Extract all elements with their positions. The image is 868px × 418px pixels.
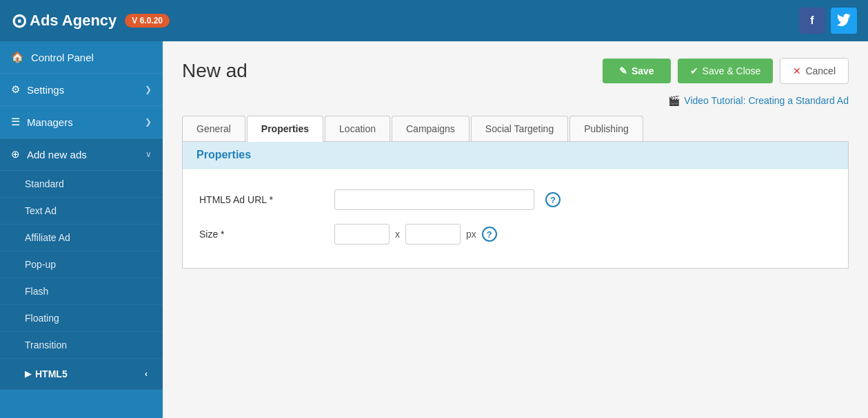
sidebar-sub-item-floating[interactable]: Floating <box>0 305 163 332</box>
size-separator: x <box>395 229 400 240</box>
sidebar-item-add-new-ads-left: ⊕ Add new ads <box>11 148 87 160</box>
chevron-right-icon-2: ❯ <box>145 117 152 127</box>
sidebar-item-managers-label: Managers <box>27 116 73 128</box>
save-close-button-label: Save & Close <box>703 65 761 76</box>
page-actions: ✎ Save ✔ Save & Close ✕ Cancel <box>603 58 849 84</box>
sidebar-item-control-panel-label: Control Panel <box>31 52 94 63</box>
html5-url-label: HTML5 Ad URL * <box>199 194 323 205</box>
twitter-icon <box>837 14 851 28</box>
sidebar-item-settings-left: ⚙ Settings <box>11 83 64 96</box>
sidebar-sub-item-transition-label: Transition <box>25 339 67 351</box>
gear-icon: ⚙ <box>11 83 20 96</box>
layout: 🏠 Control Panel ⚙ Settings ❯ ☰ Managers … <box>0 41 868 418</box>
size-help-icon[interactable]: ? <box>482 227 497 242</box>
header-left: ⊙ Ads Agency V 6.0.20 <box>11 10 170 32</box>
save-close-button[interactable]: ✔ Save & Close <box>678 59 774 83</box>
sidebar-item-settings[interactable]: ⚙ Settings ❯ <box>0 74 163 106</box>
sidebar-sub-item-pop-up[interactable]: Pop-up <box>0 251 163 278</box>
sidebar-sub-item-flash-label: Flash <box>25 286 48 297</box>
save-close-icon: ✔ <box>690 65 698 76</box>
sidebar-item-control-panel-left: 🏠 Control Panel <box>11 51 94 63</box>
tab-general[interactable]: General <box>182 116 245 141</box>
save-icon: ✎ <box>619 65 627 76</box>
sidebar-sub-item-html5-label: HTML5 <box>35 368 68 379</box>
panel-header: Properties <box>183 142 848 169</box>
tab-publishing[interactable]: Publishing <box>569 116 643 141</box>
version-badge: V 6.0.20 <box>125 14 170 28</box>
sidebar-item-settings-label: Settings <box>27 84 64 96</box>
sidebar-item-managers[interactable]: ☰ Managers ❯ <box>0 106 163 138</box>
sidebar-item-add-new-ads[interactable]: ⊕ Add new ads ∨ <box>0 138 163 171</box>
collapse-icon[interactable]: ‹ <box>141 366 152 382</box>
logo-icon: ⊙ <box>11 10 27 32</box>
cancel-button-label: Cancel <box>805 65 836 76</box>
sidebar: 🏠 Control Panel ⚙ Settings ❯ ☰ Managers … <box>0 41 163 418</box>
size-unit: px <box>466 229 476 240</box>
plus-icon: ⊕ <box>11 148 20 160</box>
sidebar-sub-item-flash[interactable]: Flash <box>0 278 163 305</box>
list-icon: ☰ <box>11 116 20 128</box>
content-panel: Properties HTML5 Ad URL * ? Size * x px … <box>182 142 849 269</box>
size-label: Size * <box>199 229 323 240</box>
size-width-input[interactable] <box>334 224 390 244</box>
sidebar-sub-item-floating-label: Floating <box>25 313 59 324</box>
page-title: New ad <box>182 60 248 82</box>
size-group: Size * x px ? <box>183 217 848 251</box>
tutorial-link[interactable]: Video Tutorial: Creating a Standard Ad <box>684 95 849 106</box>
sidebar-sub-item-standard-label: Standard <box>25 178 64 189</box>
facebook-button[interactable]: f <box>799 8 825 34</box>
tutorial-row: 🎬 Video Tutorial: Creating a Standard Ad <box>182 95 849 106</box>
header: ⊙ Ads Agency V 6.0.20 f <box>0 0 868 41</box>
header-right: f <box>799 8 857 34</box>
chevron-down-icon: ∨ <box>145 149 152 159</box>
tabs: General Properties Location Campaigns So… <box>182 116 849 142</box>
cancel-button[interactable]: ✕ Cancel <box>780 58 849 84</box>
sidebar-sub-item-standard[interactable]: Standard <box>0 171 163 198</box>
save-button[interactable]: ✎ Save <box>603 59 671 83</box>
logo: ⊙ Ads Agency <box>11 10 117 32</box>
sidebar-sub-item-affiliate-ad-label: Affiliate Ad <box>25 232 70 243</box>
save-button-label: Save <box>632 65 654 76</box>
arrow-right-icon: ▶ <box>25 369 31 379</box>
sidebar-sub-item-text-ad-label: Text Ad <box>25 205 57 216</box>
html5-url-help-icon[interactable]: ? <box>545 192 561 207</box>
chevron-right-icon: ❯ <box>145 85 152 94</box>
home-icon: 🏠 <box>11 51 24 63</box>
tab-properties[interactable]: Properties <box>247 116 323 142</box>
panel-title: Properties <box>196 149 251 160</box>
logo-text: Ads Agency <box>30 12 117 30</box>
cancel-icon: ✕ <box>793 65 801 76</box>
sidebar-sub-item-transition[interactable]: Transition <box>0 332 163 359</box>
sidebar-sub-item-affiliate-ad[interactable]: Affiliate Ad <box>0 224 163 251</box>
sidebar-item-control-panel[interactable]: 🏠 Control Panel <box>0 41 163 74</box>
twitter-button[interactable] <box>831 8 857 34</box>
tab-campaigns[interactable]: Campaigns <box>392 116 470 141</box>
tab-location[interactable]: Location <box>325 116 390 141</box>
sidebar-sub-item-text-ad[interactable]: Text Ad <box>0 198 163 224</box>
tab-social-targeting[interactable]: Social Targeting <box>471 116 568 141</box>
sidebar-sub-item-pop-up-label: Pop-up <box>25 259 56 270</box>
size-height-input[interactable] <box>405 224 461 244</box>
sidebar-sub-item-html5[interactable]: ▶ HTML5 ‹ <box>0 359 163 390</box>
page-header: New ad ✎ Save ✔ Save & Close ✕ Cancel <box>182 58 849 84</box>
sidebar-item-managers-left: ☰ Managers <box>11 116 73 128</box>
sidebar-sub-menu: Standard Text Ad Affiliate Ad Pop-up Fla… <box>0 171 163 390</box>
size-row: x px ? <box>334 224 497 244</box>
sidebar-item-add-new-ads-label: Add new ads <box>27 149 87 160</box>
html5-url-group: HTML5 Ad URL * ? <box>183 182 848 217</box>
html5-url-input[interactable] <box>334 189 534 210</box>
main-content: New ad ✎ Save ✔ Save & Close ✕ Cancel 🎬 … <box>163 41 868 418</box>
video-icon: 🎬 <box>668 95 680 106</box>
